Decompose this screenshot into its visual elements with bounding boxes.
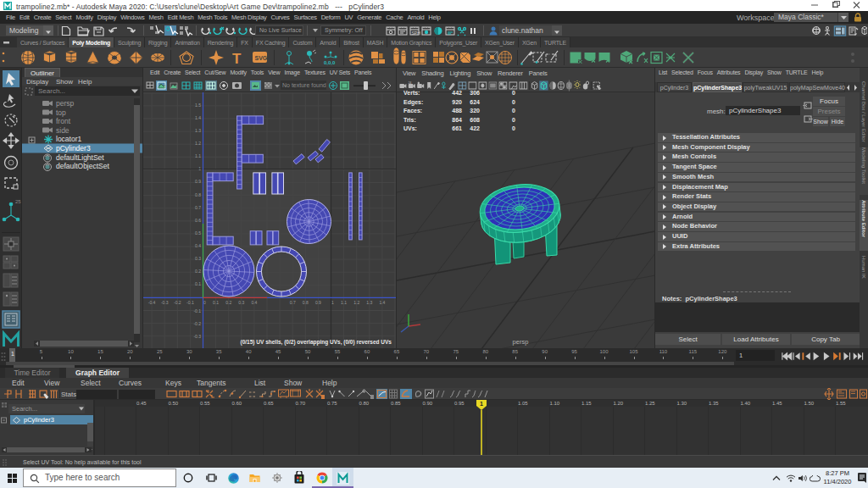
svg-text:1.3: 1.3 (366, 300, 372, 305)
svg-text:0.2: 0.2 (195, 269, 201, 274)
svg-text:1.3: 1.3 (195, 128, 201, 133)
svg-text:-0.2: -0.2 (193, 321, 201, 326)
svg-text:0.4: 0.4 (251, 300, 257, 305)
svg-text:T: T (232, 51, 242, 67)
svg-text:0.4: 0.4 (195, 243, 201, 248)
svg-text:0.7: 0.7 (195, 205, 201, 210)
svg-text:1: 1 (331, 300, 334, 305)
svg-text:0.7: 0.7 (290, 300, 296, 305)
svg-text:1.2: 1.2 (353, 300, 359, 305)
svg-text:0.9: 0.9 (315, 300, 321, 305)
svg-text:0: 0 (203, 300, 206, 305)
svg-text:-0.3: -0.3 (193, 334, 201, 339)
svg-text:0.8: 0.8 (303, 300, 309, 305)
svg-text:1.5: 1.5 (195, 103, 201, 108)
svg-text:persp: persp (513, 338, 529, 346)
svg-text:1.4: 1.4 (195, 115, 201, 120)
svg-text:24: 24 (409, 81, 412, 85)
svg-text:(0/15) UV shells, (0/2) overla: (0/15) UV shells, (0/2) overlapping UVs,… (241, 339, 392, 346)
svg-text:0.2: 0.2 (225, 300, 231, 305)
svg-text:0.1: 0.1 (213, 300, 219, 305)
svg-text:25: 25 (15, 199, 21, 204)
svg-text:0.5: 0.5 (195, 230, 201, 236)
svg-text:0.3: 0.3 (238, 300, 244, 305)
svg-text:0.1: 0.1 (195, 281, 201, 286)
svg-text:-0.1: -0.1 (193, 308, 201, 313)
svg-text:1.1: 1.1 (341, 300, 347, 305)
svg-text:-0.4: -0.4 (148, 300, 156, 305)
svg-text:0.8: 0.8 (195, 192, 201, 197)
svg-text:-0.3: -0.3 (161, 300, 169, 305)
svg-text:0.9: 0.9 (195, 179, 201, 184)
svg-text:0.3: 0.3 (195, 256, 201, 261)
svg-text:-0.2: -0.2 (174, 300, 181, 305)
svg-text:0,0,0: 0,0,0 (324, 60, 336, 65)
svg-text:-0.1: -0.1 (186, 300, 194, 305)
svg-text:1.2: 1.2 (195, 141, 201, 146)
svg-text:1.1: 1.1 (195, 153, 201, 158)
svg-text:SVG: SVG (255, 55, 268, 61)
svg-text:1: 1 (480, 401, 483, 407)
svg-text:0.6: 0.6 (195, 218, 201, 223)
svg-text:1.4: 1.4 (379, 300, 385, 305)
svg-text:SPH: SPH (412, 30, 421, 36)
